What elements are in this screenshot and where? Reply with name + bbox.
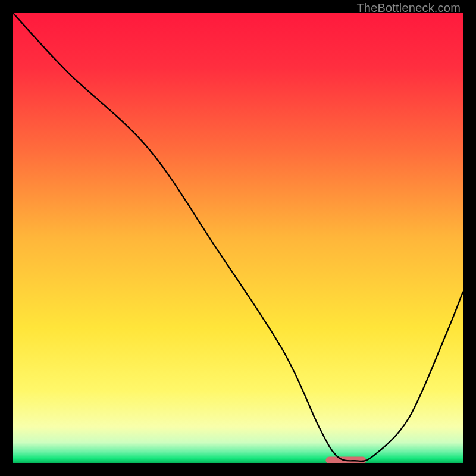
bottleneck-chart bbox=[13, 13, 463, 463]
gradient-background bbox=[13, 13, 463, 463]
plot-frame bbox=[13, 13, 463, 463]
target-marker bbox=[325, 456, 366, 463]
watermark-text: TheBottleneck.com bbox=[356, 1, 461, 15]
